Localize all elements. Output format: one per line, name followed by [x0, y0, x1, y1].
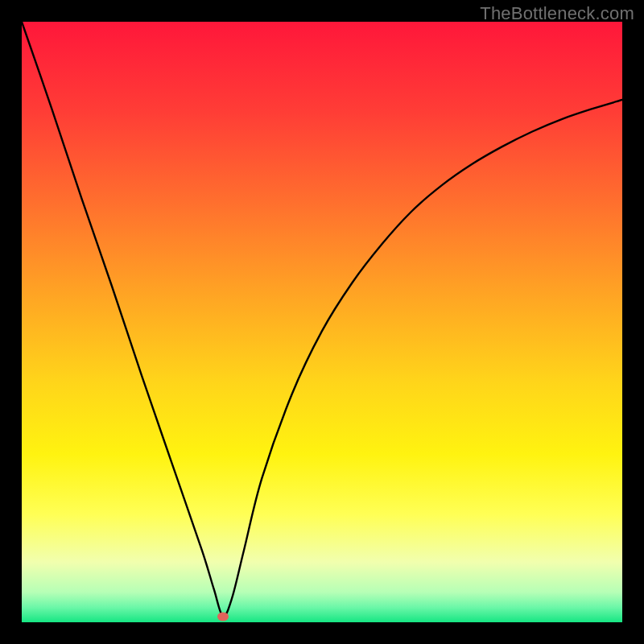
- bottleneck-curve: [22, 22, 622, 622]
- optimal-point-marker: [217, 612, 229, 621]
- plot-area: [22, 22, 622, 622]
- watermark-text: TheBottleneck.com: [480, 3, 634, 24]
